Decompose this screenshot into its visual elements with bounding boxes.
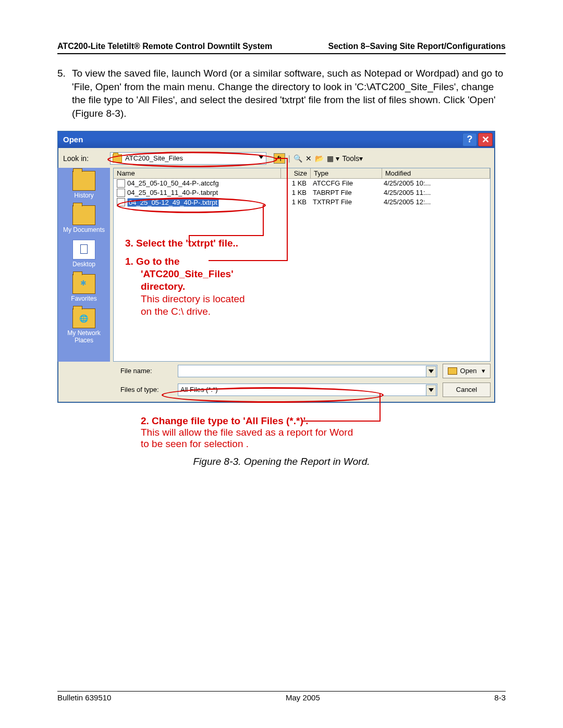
file-icon [117, 179, 125, 188]
file-row-selected[interactable]: 04_25_05-12_49_40-P-.txtrpt 1 KB TXTRPT … [114, 198, 490, 207]
figure-caption: Figure 8-3. Opening the Report in Word. [57, 456, 506, 467]
annotation-2-sub1: This will allow the file saved as a repo… [141, 427, 506, 438]
sidebar-item-documents[interactable]: My Documents [63, 205, 105, 233]
page-header: ATC200-Lite Teletilt® Remote Control Dow… [57, 42, 506, 54]
open-button[interactable]: Open ▾ [443, 364, 491, 378]
filename-label: File name: [117, 367, 178, 375]
file-name: 04_25_05-10_50_44-P-.atccfg [127, 179, 219, 187]
documents-icon [72, 205, 95, 225]
annotation-1-sub1: This directory is located [141, 293, 245, 305]
toolbar-icons: ↰ | 🔍 ✕ 📂 ▦ ▾ Tools ▾ [274, 153, 363, 164]
dialog-body: History My Documents Desktop ✱ Favorites [58, 168, 495, 362]
step-paragraph: 5. To view the saved file, launch Word (… [57, 67, 506, 120]
annotation-1-line3: directory. [141, 281, 185, 292]
file-type: ATCCFG File [310, 179, 381, 188]
filetype-value: All Files (*.*) [180, 386, 218, 393]
sidebar-label: History [72, 192, 95, 199]
lookin-dropdown[interactable]: ATC200_Site_Files [110, 152, 266, 165]
header-left: ATC200-Lite Teletilt® Remote Control Dow… [57, 42, 272, 51]
filename-input[interactable] [178, 365, 437, 377]
title-bar: Open ? ✕ [58, 131, 495, 148]
chevron-down-icon [259, 155, 264, 159]
network-icon: 🌐 [72, 309, 95, 328]
sidebar-item-network[interactable]: 🌐 My Network Places [58, 309, 110, 344]
sidebar-item-desktop[interactable]: Desktop [72, 240, 95, 268]
page-footer: Bulletin 639510 May 2005 8-3 [57, 691, 506, 702]
file-modified: 4/25/2005 11:... [381, 188, 490, 198]
open-label: Open [460, 367, 477, 375]
step-text: To view the saved file, launch Word (or … [72, 67, 506, 120]
lookin-label: Look in: [63, 154, 110, 163]
sidebar-label: My Network Places [58, 329, 110, 344]
delete-icon[interactable]: ✕ [305, 154, 312, 163]
history-icon [72, 171, 95, 191]
page: ATC200-Lite Teletilt® Remote Control Dow… [0, 0, 563, 728]
views-icon[interactable]: ▦ ▾ [327, 154, 339, 163]
favorites-icon: ✱ [72, 274, 95, 294]
filename-drop-button[interactable] [426, 366, 436, 377]
open-dialog: Open ? ✕ Look in: ATC200_Site_Files ↰ | … [57, 131, 495, 403]
open-folder-icon [448, 367, 457, 375]
filetype-drop-button[interactable] [426, 385, 436, 396]
file-size: 1 KB [280, 198, 310, 207]
sidebar-item-history[interactable]: History [72, 171, 95, 199]
file-modified: 4/25/2005 10:... [381, 179, 490, 188]
file-list-header: Name Size Type Modified [114, 168, 490, 179]
header-right: Section 8–Saving Site Report/Configurati… [328, 42, 506, 51]
sidebar-item-favorites[interactable]: ✱ Favorites [71, 274, 96, 302]
lookin-row: Look in: ATC200_Site_Files ↰ | 🔍 ✕ 📂 ▦ ▾… [58, 148, 495, 168]
file-size: 1 KB [280, 188, 310, 198]
up-folder-icon[interactable]: ↰ [274, 153, 285, 164]
annotation-3: 3. Select the 'txtrpt' file.. [125, 238, 238, 249]
file-row[interactable]: 04_25_05-10_50_44-P-.atccfg 1 KB ATCCFG … [114, 179, 490, 188]
sidebar-label: Favorites [71, 295, 96, 302]
dialog-title: Open [60, 135, 461, 144]
chevron-down-icon [429, 369, 434, 373]
col-size[interactable]: Size [281, 168, 311, 178]
filetype-label: Files of type: [117, 386, 178, 393]
folder-icon [113, 154, 122, 163]
file-type: TXTRPT File [310, 198, 381, 207]
places-sidebar: History My Documents Desktop ✱ Favorites [58, 168, 110, 362]
annotation-1-line2: 'ATC200_Site_Files' [141, 268, 234, 280]
filetype-dropdown[interactable]: All Files (*.*) [178, 384, 437, 396]
col-modified[interactable]: Modified [382, 168, 490, 178]
file-type: TABRPT File [310, 188, 381, 198]
help-button[interactable]: ? [462, 133, 477, 146]
filetype-row: Files of type: All Files (*.*) Cancel [113, 380, 495, 399]
file-modified: 4/25/2005 12:... [381, 198, 490, 207]
file-row[interactable]: 04_25_05-11_11_40-P-.tabrpt 1 KB TABRPT … [114, 188, 490, 198]
col-type[interactable]: Type [311, 168, 382, 178]
filename-row: File name: Open ▾ [113, 362, 495, 380]
new-folder-icon[interactable]: 📂 [315, 154, 324, 163]
footer-left: Bulletin 639510 [57, 693, 111, 702]
close-button[interactable]: ✕ [478, 133, 493, 146]
file-name: 04_25_05-12_49_40-P-.txtrpt [127, 198, 219, 207]
annotation-2-sub2: to be seen for selection . [141, 438, 506, 450]
file-icon [117, 189, 125, 197]
file-size: 1 KB [280, 179, 310, 188]
col-name[interactable]: Name [114, 168, 281, 178]
annotation-1-sub2: on the C:\ drive. [141, 306, 211, 317]
file-name: 04_25_05-11_11_40-P-.tabrpt [127, 189, 218, 196]
sidebar-label: My Documents [63, 226, 105, 233]
footer-center: May 2005 [286, 693, 320, 702]
search-web-icon[interactable]: 🔍 [293, 154, 302, 163]
chevron-down-icon: ▾ [482, 367, 485, 375]
footer-right: 8-3 [494, 693, 506, 702]
annotation-1-line1: 1. Go to the [125, 256, 180, 267]
cancel-button[interactable]: Cancel [443, 382, 491, 397]
annotation-2-line1: 2. Change file type to 'All Files (*.*)'… [141, 415, 506, 427]
chevron-down-icon [429, 388, 434, 392]
desktop-icon [72, 240, 95, 260]
file-icon [117, 198, 125, 206]
dialog-wrapper: Open ? ✕ Look in: ATC200_Site_Files ↰ | … [57, 131, 495, 403]
step-number: 5. [57, 67, 72, 120]
tools-menu[interactable]: Tools ▾ [342, 154, 363, 163]
annotation-2-block: 2. Change file type to 'All Files (*.*)'… [141, 415, 506, 450]
cancel-label: Cancel [456, 386, 477, 393]
sidebar-label: Desktop [72, 261, 95, 268]
separator: | [288, 154, 290, 163]
lookin-value: ATC200_Site_Files [125, 154, 183, 162]
